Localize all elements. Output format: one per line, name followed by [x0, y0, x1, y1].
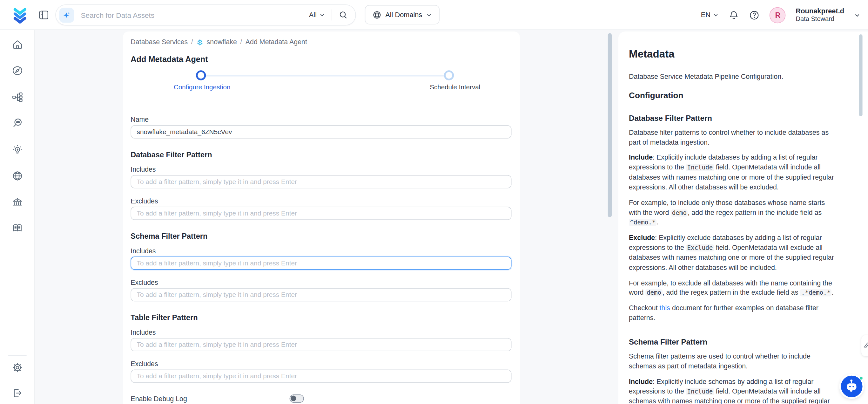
db-includes-input[interactable]: [130, 175, 512, 189]
user-name: Rounakpreet.d: [796, 7, 844, 15]
docs-paragraph: For example, to exclude all databases wi…: [629, 279, 837, 298]
user-avatar[interactable]: R: [770, 7, 786, 23]
globe-icon: [12, 170, 24, 182]
notifications-bell-icon[interactable]: [729, 10, 739, 20]
main-scrollbar-thumb[interactable]: [608, 33, 612, 218]
docs-link[interactable]: this: [660, 304, 670, 312]
gear-icon: [12, 362, 24, 374]
breadcrumb-snowflake[interactable]: snowflake: [207, 38, 237, 46]
sidebar-item-glossary[interactable]: [12, 222, 24, 234]
db-excludes-label: Excludes: [130, 197, 512, 205]
ai-sparkle-icon[interactable]: [59, 8, 74, 23]
name-input[interactable]: [130, 125, 512, 139]
chat-assistant-button[interactable]: [841, 376, 863, 397]
sidebar-item-domains[interactable]: [12, 170, 24, 182]
breadcrumb: Database Services / ❄ snowflake / Add Me…: [130, 37, 512, 47]
docs-paragraph: Checkout this document for further examp…: [629, 304, 837, 324]
sidebar-item-settings[interactable]: [12, 362, 24, 374]
edge-widget-tab[interactable]: [861, 335, 868, 356]
docs-paragraph: Database filter patterns to control whet…: [629, 128, 837, 147]
docs-heading: Schema Filter Pattern: [629, 338, 837, 346]
schema-includes-input[interactable]: [130, 257, 512, 270]
table-filter-pattern-heading: Table Filter Pattern: [130, 314, 512, 322]
docs-scrollbar-thumb[interactable]: [859, 34, 862, 116]
add-metadata-agent-panel: Database Services / ❄ snowflake / Add Me…: [123, 31, 520, 404]
magnifier-eye-icon: [12, 118, 24, 129]
page-title: Add Metadata Agent: [130, 55, 512, 64]
chevron-down-icon: [713, 12, 719, 18]
sidebar-item-logout[interactable]: [12, 387, 24, 399]
top-navbar: All All Domains EN: [0, 0, 868, 30]
language-selector[interactable]: EN: [701, 11, 719, 19]
compass-icon: [12, 65, 24, 77]
globe-icon: [373, 10, 381, 19]
docs-heading: Configuration: [629, 90, 837, 100]
openmetadata-logo-icon[interactable]: [11, 6, 29, 24]
search-scope-dropdown[interactable]: All: [309, 11, 325, 19]
db-excludes-input[interactable]: [130, 207, 512, 220]
table-excludes-label: Excludes: [130, 360, 512, 368]
docs-paragraph: Include: Explicitly include databases by…: [629, 153, 837, 193]
chevron-down-icon[interactable]: [854, 12, 860, 18]
name-label: Name: [130, 116, 512, 123]
step-schedule-interval-dot: [444, 70, 454, 80]
sidebar-item-explore[interactable]: [12, 65, 24, 77]
step-configure-ingestion-dot: [196, 70, 206, 80]
sidebar-item-insights[interactable]: [12, 144, 24, 156]
docs-paragraph: For example, to include only those datab…: [629, 198, 837, 228]
user-role: Data Steward: [796, 15, 844, 23]
chat-status-dot: [860, 377, 863, 379]
lightbulb-icon: [12, 144, 24, 156]
chevron-down-icon: [426, 12, 432, 17]
table-includes-input[interactable]: [130, 338, 512, 351]
breadcrumb-separator: /: [191, 38, 193, 46]
db-includes-label: Includes: [130, 166, 512, 173]
all-domains-dropdown[interactable]: All Domains: [365, 5, 439, 25]
docs-panel: MetadataDatabase Service Metadata Pipeli…: [618, 31, 868, 404]
left-nav-sidebar: [0, 30, 35, 404]
breadcrumb-separator: /: [240, 38, 242, 46]
docs-heading: Metadata: [629, 48, 837, 60]
app-window: All All Domains EN: [0, 0, 868, 404]
user-info[interactable]: Rounakpreet.d Data Steward: [796, 7, 844, 23]
sidebar-divider: [8, 355, 27, 356]
step-label-schedule-interval: Schedule Interval: [430, 83, 480, 91]
sidebar-item-home[interactable]: [12, 39, 24, 51]
language-label: EN: [701, 11, 710, 19]
breadcrumb-database-services[interactable]: Database Services: [130, 38, 188, 46]
home-icon: [12, 39, 24, 51]
docs-heading: Database Filter Pattern: [629, 114, 837, 122]
docs-paragraph: Database Service Metadata Pipeline Confi…: [629, 72, 837, 82]
enable-debug-log-row: Enable Debug Log: [130, 394, 512, 404]
stepper-connector: [206, 75, 450, 76]
enable-debug-log-toggle[interactable]: [290, 395, 304, 403]
sidebar-toggle-icon[interactable]: [39, 10, 49, 20]
search-input[interactable]: [80, 10, 309, 20]
schema-includes-label: Includes: [130, 247, 512, 255]
bank-icon: [12, 197, 24, 208]
enable-debug-log-label: Enable Debug Log: [130, 395, 187, 403]
table-excludes-input[interactable]: [130, 370, 512, 383]
help-icon[interactable]: [749, 10, 760, 20]
docs-paragraph: Schema filter patterns are used to contr…: [629, 352, 837, 372]
chevron-down-icon: [319, 12, 325, 18]
schema-filter-pattern-heading: Schema Filter Pattern: [130, 232, 512, 240]
open-book-icon: [12, 222, 24, 234]
divider: [332, 9, 332, 21]
sidebar-item-data-assets[interactable]: [12, 91, 24, 103]
sidebar-item-observability[interactable]: [12, 118, 24, 129]
wizard-stepper: [130, 70, 512, 80]
docs-paragraph: Exclude: Explicitly exclude databases by…: [629, 233, 837, 273]
avatar-initial: R: [775, 11, 780, 19]
sidebar-item-govern[interactable]: [12, 197, 24, 208]
step-label-configure-ingestion: Configure Ingestion: [174, 83, 230, 91]
global-search-bar: All: [55, 4, 356, 25]
bot-chin: [850, 389, 853, 392]
chat-bot-icon: [847, 383, 857, 390]
snowflake-icon: ❄: [196, 38, 203, 46]
breadcrumb-current: Add Metadata Agent: [246, 38, 307, 46]
database-filter-pattern-heading: Database Filter Pattern: [130, 151, 512, 159]
docs-paragraph: Include: Explicitly include schemas by a…: [629, 377, 837, 404]
search-icon[interactable]: [339, 10, 348, 19]
schema-excludes-input[interactable]: [130, 288, 512, 301]
